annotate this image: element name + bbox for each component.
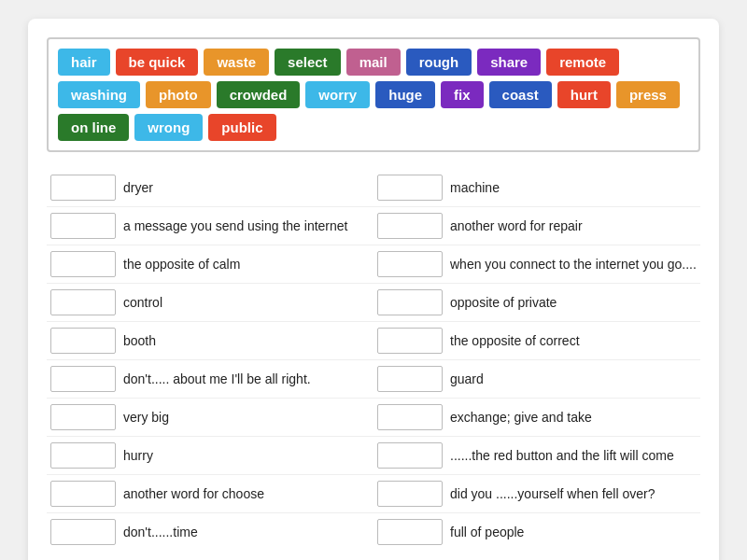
answer-input-left-2[interactable] — [50, 251, 116, 277]
clue-text-left-2: the opposite of calm — [123, 256, 240, 273]
word-tile-crowded[interactable]: crowded — [217, 81, 301, 108]
answer-input-left-9[interactable] — [50, 519, 116, 545]
word-tile-worry[interactable]: worry — [305, 81, 370, 108]
word-tile-select[interactable]: select — [275, 49, 341, 76]
word-tile-remote[interactable]: remote — [546, 49, 619, 76]
clue-row-left-2: the opposite of calm — [47, 245, 374, 284]
clue-row-left-7: hurry — [47, 437, 374, 475]
answer-input-right-3[interactable] — [377, 289, 443, 315]
answer-input-left-3[interactable] — [50, 289, 116, 315]
answer-input-left-4[interactable] — [50, 328, 116, 354]
clue-text-right-9: full of people — [450, 524, 524, 540]
clue-row-left-9: don't......time — [47, 513, 374, 551]
answer-input-right-1[interactable] — [377, 213, 443, 239]
clue-row-right-5: guard — [374, 360, 700, 399]
word-tile-be-quick[interactable]: be quick — [116, 49, 199, 76]
clue-row-right-8: did you ......yourself when fell over? — [374, 475, 700, 513]
clue-text-left-0: dryer — [123, 179, 153, 196]
word-tile-hair[interactable]: hair — [58, 49, 110, 76]
clue-text-left-1: a message you send using the internet — [123, 217, 348, 234]
clue-text-right-4: the opposite of correct — [450, 332, 580, 349]
word-tile-share[interactable]: share — [477, 49, 541, 76]
word-tile-rough[interactable]: rough — [406, 49, 472, 76]
word-tile-press[interactable]: press — [616, 81, 680, 108]
answer-input-left-6[interactable] — [50, 404, 116, 430]
clue-text-right-6: exchange; give and take — [450, 409, 592, 426]
clue-row-left-6: very big — [47, 399, 374, 437]
clue-text-left-7: hurry — [123, 447, 153, 464]
clue-row-right-9: full of people — [374, 513, 700, 551]
answer-input-right-6[interactable] — [377, 404, 443, 430]
word-bank: hairbe quickwasteselectmailroughsharerem… — [47, 37, 700, 152]
clue-row-right-7: ......the red button and the lift will c… — [374, 437, 700, 475]
clues-grid: dryera message you send using the intern… — [47, 169, 700, 551]
answer-input-right-0[interactable] — [377, 175, 443, 201]
word-tile-fix[interactable]: fix — [441, 81, 484, 108]
clue-row-right-4: the opposite of correct — [374, 322, 700, 360]
clue-text-left-8: another word for choose — [123, 485, 264, 502]
word-tile-on-line[interactable]: on line — [58, 114, 129, 141]
clue-row-left-3: control — [47, 284, 374, 322]
answer-input-right-2[interactable] — [377, 251, 443, 277]
clue-row-right-6: exchange; give and take — [374, 399, 700, 437]
clue-row-left-0: dryer — [47, 169, 374, 207]
answer-input-left-1[interactable] — [50, 213, 116, 239]
clue-text-right-5: guard — [450, 371, 484, 387]
clue-text-left-4: booth — [123, 332, 156, 349]
word-tile-coast[interactable]: coast — [489, 81, 552, 108]
clue-text-right-2: when you connect to the internet you go.… — [450, 256, 697, 273]
answer-input-right-4[interactable] — [377, 328, 443, 354]
clue-text-right-7: ......the red button and the lift will c… — [450, 447, 674, 464]
clue-row-right-3: opposite of private — [374, 284, 700, 322]
clue-text-right-1: another word for repair — [450, 217, 583, 234]
clue-text-left-6: very big — [123, 409, 169, 426]
answer-input-left-0[interactable] — [50, 175, 116, 201]
word-tile-waste[interactable]: waste — [204, 49, 269, 76]
clue-row-left-1: a message you send using the internet — [47, 207, 374, 245]
answer-input-right-8[interactable] — [377, 481, 443, 507]
right-column: machineanother word for repairwhen you c… — [374, 169, 700, 551]
main-container: hairbe quickwasteselectmailroughsharerem… — [28, 19, 719, 560]
clue-text-right-3: opposite of private — [450, 294, 557, 311]
clue-text-left-9: don't......time — [123, 524, 198, 540]
word-tile-mail[interactable]: mail — [346, 49, 401, 76]
word-tile-washing[interactable]: washing — [58, 81, 140, 108]
clue-text-left-3: control — [123, 294, 162, 311]
answer-input-right-5[interactable] — [377, 366, 443, 392]
word-tile-photo[interactable]: photo — [146, 81, 211, 108]
answer-input-left-5[interactable] — [50, 366, 116, 392]
clue-row-left-4: booth — [47, 322, 374, 360]
clue-row-right-2: when you connect to the internet you go.… — [374, 245, 700, 284]
answer-input-right-7[interactable] — [377, 442, 443, 469]
word-tile-wrong[interactable]: wrong — [134, 114, 203, 141]
left-column: dryera message you send using the intern… — [47, 169, 374, 551]
clue-row-right-0: machine — [374, 169, 700, 207]
word-tile-huge[interactable]: huge — [375, 81, 435, 108]
answer-input-left-7[interactable] — [50, 442, 116, 469]
word-tile-public[interactable]: public — [208, 114, 275, 141]
answer-input-left-8[interactable] — [50, 481, 116, 507]
clue-text-left-5: don't..... about me I'll be all right. — [123, 371, 311, 387]
answer-input-right-9[interactable] — [377, 519, 443, 545]
clue-row-left-5: don't..... about me I'll be all right. — [47, 360, 374, 399]
clue-row-right-1: another word for repair — [374, 207, 700, 245]
clue-text-right-8: did you ......yourself when fell over? — [450, 485, 655, 502]
clue-row-left-8: another word for choose — [47, 475, 374, 513]
clue-text-right-0: machine — [450, 179, 500, 196]
word-tile-hurt[interactable]: hurt — [557, 81, 611, 108]
